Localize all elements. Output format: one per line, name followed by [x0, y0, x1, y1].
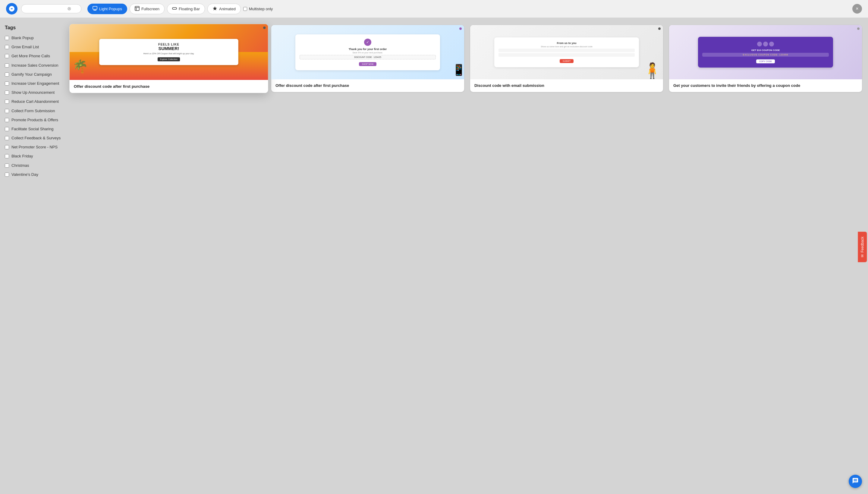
- template-card-1[interactable]: 🌴 FEELS LIKE SUMMER! Here's a 15% Off Co…: [69, 24, 268, 93]
- filter-group: Light Popups Fullscreen Floating Bar: [87, 4, 273, 14]
- filter-animated-label: Animated: [219, 7, 236, 11]
- tag-collect-form-submission-checkbox[interactable]: [5, 109, 9, 113]
- card-4-preview: GET $10 COUPON CODE EXCLUSIVE COUPON COD…: [669, 25, 862, 79]
- card-3-title: Discount code with email submission: [470, 79, 663, 92]
- sidebar: Tags Blank Popup Grow Email List Get Mor…: [0, 18, 66, 494]
- card-2-title: Offer discount code after first purchase: [271, 79, 464, 92]
- tag-collect-form-submission[interactable]: Collect Form Submission: [5, 108, 61, 114]
- tag-increase-sales-conversion-label: Increase Sales Conversion: [12, 63, 58, 68]
- tag-collect-feedback-surveys-label: Collect Feedback & Surveys: [12, 135, 61, 141]
- tag-facilitate-social-sharing-checkbox[interactable]: [5, 127, 9, 131]
- tag-collect-feedback-surveys-checkbox[interactable]: [5, 136, 9, 140]
- card-1-preview: 🌴 FEELS LIKE SUMMER! Here's a 15% Off Co…: [69, 24, 268, 80]
- layout-icon: [93, 6, 97, 12]
- filter-fullscreen[interactable]: Fullscreen: [130, 4, 164, 14]
- card-2-preview: ✓ Thank you for your first order Save 5%…: [271, 25, 464, 79]
- tag-promote-products-offers[interactable]: Promote Products & Offers: [5, 117, 61, 123]
- content-area: 🌴 FEELS LIKE SUMMER! Here's a 15% Off Co…: [66, 18, 868, 494]
- card-3-preview: From us to you Show us some love and get…: [470, 25, 663, 79]
- search-input[interactable]: code: [26, 6, 65, 11]
- tag-net-promoter-score[interactable]: Net Promoter Score - NPS: [5, 145, 61, 150]
- tag-black-friday-checkbox[interactable]: [5, 154, 9, 158]
- logo-button[interactable]: [6, 3, 18, 15]
- filter-animated[interactable]: Animated: [208, 4, 241, 14]
- tag-grow-email-list[interactable]: Grow Email List: [5, 44, 61, 50]
- tag-promote-products-offers-checkbox[interactable]: [5, 118, 9, 122]
- sidebar-title: Tags: [5, 25, 61, 31]
- card-1-image: 🌴 FEELS LIKE SUMMER! Here's a 15% Off Co…: [69, 24, 268, 80]
- filter-fullscreen-label: Fullscreen: [141, 7, 159, 11]
- tag-christmas-checkbox[interactable]: [5, 164, 9, 168]
- tag-collect-feedback-surveys[interactable]: Collect Feedback & Surveys: [5, 135, 61, 141]
- svg-rect-2: [94, 10, 96, 11]
- tag-increase-user-engagement-checkbox[interactable]: [5, 81, 9, 86]
- card-1-title: Offer discount code after first purchase: [69, 80, 268, 93]
- main-layout: Tags Blank Popup Grow Email List Get Mor…: [0, 18, 868, 494]
- tag-net-promoter-score-checkbox[interactable]: [5, 145, 9, 149]
- tag-increase-user-engagement-label: Increase User Engagement: [12, 81, 59, 86]
- tag-blank-popup[interactable]: Blank Popup: [5, 35, 61, 41]
- card-3-content: From us to you Show us some love and get…: [494, 37, 639, 67]
- avatar-2: [763, 41, 769, 47]
- tag-facilitate-social-sharing-label: Facilitate Social Sharing: [12, 126, 53, 132]
- tag-gamify-your-campaign[interactable]: Gamify Your Campaign: [5, 72, 61, 77]
- chat-icon: [852, 477, 859, 485]
- tag-valentines-day[interactable]: Valentine's Day: [5, 172, 61, 177]
- phone-3d-icon: 📱: [452, 64, 464, 76]
- template-card-2[interactable]: ✓ Thank you for your first order Save 5%…: [271, 25, 464, 92]
- multistep-filter[interactable]: Multistep only: [243, 7, 273, 11]
- tag-blank-popup-label: Blank Popup: [12, 35, 34, 41]
- svg-rect-1: [93, 6, 97, 10]
- multistep-checkbox[interactable]: [243, 7, 247, 11]
- tag-increase-sales-conversion-checkbox[interactable]: [5, 63, 9, 68]
- template-card-3[interactable]: From us to you Show us some love and get…: [470, 25, 663, 92]
- tag-facilitate-social-sharing[interactable]: Facilitate Social Sharing: [5, 126, 61, 132]
- tag-show-up-announcement[interactable]: Show Up Announcement: [5, 90, 61, 95]
- filter-light-popups-label: Light Popups: [99, 7, 122, 11]
- card-3-dot: [658, 27, 660, 30]
- tag-reduce-cart-abandonment-checkbox[interactable]: [5, 99, 9, 104]
- tag-reduce-cart-abandonment-label: Reduce Cart Abandonment: [12, 99, 59, 104]
- template-card-4[interactable]: GET $10 COUPON CODE EXCLUSIVE COUPON COD…: [669, 25, 862, 92]
- feedback-icon: ✉: [861, 254, 865, 257]
- search-box: code ⊗: [21, 4, 81, 13]
- tag-increase-sales-conversion[interactable]: Increase Sales Conversion: [5, 63, 61, 68]
- feedback-button[interactable]: ✉ Feedback: [858, 232, 867, 262]
- tag-show-up-announcement-checkbox[interactable]: [5, 91, 9, 95]
- tag-black-friday[interactable]: Black Friday: [5, 153, 61, 159]
- feedback-label: Feedback: [861, 237, 865, 253]
- fullscreen-icon: [135, 6, 140, 12]
- tag-get-more-phone-calls-label: Get More Phone Calls: [12, 53, 50, 59]
- avatar-3: [769, 41, 774, 47]
- animated-icon: [213, 6, 217, 12]
- multistep-label: Multistep only: [249, 7, 273, 11]
- tag-valentines-day-label: Valentine's Day: [12, 172, 38, 177]
- tag-reduce-cart-abandonment[interactable]: Reduce Cart Abandonment: [5, 99, 61, 104]
- search-clear-icon[interactable]: ⊗: [67, 6, 71, 11]
- tag-gamify-your-campaign-checkbox[interactable]: [5, 72, 9, 77]
- filter-light-popups[interactable]: Light Popups: [87, 4, 127, 14]
- tag-valentines-day-checkbox[interactable]: [5, 172, 9, 177]
- filter-floating-bar[interactable]: Floating Bar: [167, 4, 205, 14]
- close-icon: ×: [856, 6, 859, 12]
- close-button[interactable]: ×: [852, 4, 862, 14]
- tag-net-promoter-score-label: Net Promoter Score - NPS: [12, 145, 58, 150]
- tag-blank-popup-checkbox[interactable]: [5, 36, 9, 40]
- tag-get-more-phone-calls-checkbox[interactable]: [5, 54, 9, 58]
- card-3-image: From us to you Show us some love and get…: [470, 25, 663, 79]
- top-bar: code ⊗ Light Popups Fullscreen: [0, 0, 868, 18]
- chat-button[interactable]: [849, 475, 862, 488]
- tag-grow-email-list-label: Grow Email List: [12, 44, 39, 50]
- svg-rect-4: [172, 7, 177, 10]
- card-1-dot: [263, 26, 265, 29]
- model-icon: 🧍: [643, 62, 662, 79]
- checkmark-icon: ✓: [364, 39, 371, 46]
- tag-get-more-phone-calls[interactable]: Get More Phone Calls: [5, 53, 61, 59]
- cards-grid: 🌴 FEELS LIKE SUMMER! Here's a 15% Off Co…: [72, 25, 862, 92]
- tag-promote-products-offers-label: Promote Products & Offers: [12, 117, 58, 123]
- tag-christmas[interactable]: Christmas: [5, 163, 61, 168]
- tag-increase-user-engagement[interactable]: Increase User Engagement: [5, 81, 61, 86]
- tag-show-up-announcement-label: Show Up Announcement: [12, 90, 55, 95]
- tag-grow-email-list-checkbox[interactable]: [5, 45, 9, 49]
- tag-collect-form-submission-label: Collect Form Submission: [12, 108, 55, 114]
